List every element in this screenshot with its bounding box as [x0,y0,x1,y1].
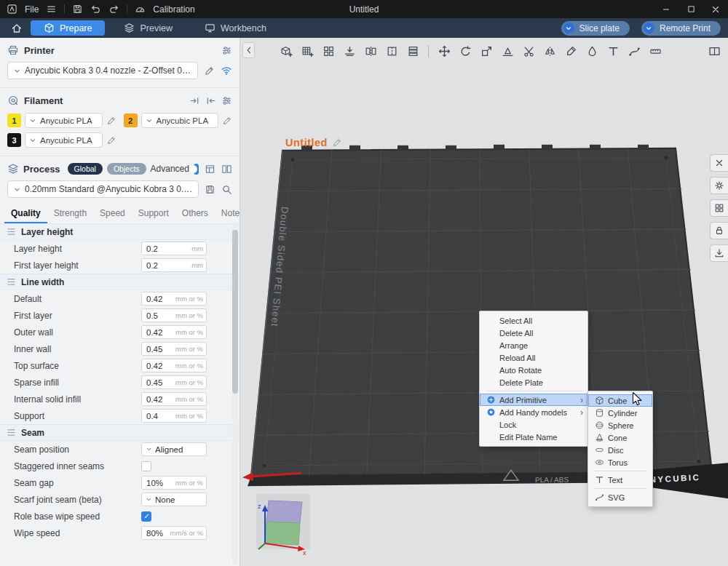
process-list-icon[interactable] [205,164,215,175]
tool-text-tool[interactable] [604,41,622,60]
tool-move[interactable] [435,41,454,60]
menu-file[interactable]: File [25,4,39,15]
tool-add-plate[interactable] [298,41,317,60]
process-preset-select[interactable]: 0.20mm Standard @Anycubic Kobra 3 0.4... [7,180,199,198]
export-plate-button[interactable] [710,244,728,262]
filament-select-2[interactable]: Anycubic PLA [141,113,219,128]
input-internal-solid-infill[interactable] [142,395,174,404]
param-tab-speed[interactable]: Speed [93,207,132,223]
input-top-surface[interactable] [142,362,174,370]
tool-scale[interactable] [477,41,496,60]
tool-assembly-view[interactable] [403,41,422,60]
menu-item-add-handy-models[interactable]: Add Handy models› [480,406,587,418]
save-icon[interactable] [72,4,83,15]
menu-item-auto-rotate[interactable]: Auto Rotate [480,364,587,376]
input-first-layer[interactable] [142,311,174,320]
menu-item-sphere[interactable]: Sphere [588,419,652,431]
undo-icon[interactable] [90,4,101,15]
save-preset-icon[interactable] [205,184,215,195]
edit-filament-icon[interactable] [106,116,116,126]
tool-lay-on-face[interactable] [498,41,517,60]
maximize-button[interactable] [678,0,703,18]
menu-item-select-all[interactable]: Select All [480,314,587,327]
slice-options-icon[interactable] [563,23,574,33]
minimize-button[interactable] [654,0,678,18]
main-menu-icon[interactable] [46,4,57,15]
advanced-toggle[interactable] [194,164,199,175]
plate-settings-button[interactable] [710,177,728,194]
home-button[interactable] [7,20,26,36]
tool-cut[interactable] [519,41,538,60]
tool-auto-orient[interactable] [340,41,359,60]
select-seam-position[interactable]: Aligned [141,442,207,456]
arrange-plate-button[interactable] [710,199,728,217]
input-seam-gap[interactable] [142,479,174,487]
printer-settings-icon[interactable] [221,45,232,56]
menu-item-reload-all[interactable]: Reload All [480,351,587,364]
checkbox-staggered-inner-seams[interactable] [141,461,151,471]
input-default[interactable] [142,295,174,303]
menu-item-delete-all[interactable]: Delete All [480,327,587,339]
menu-item-disc[interactable]: Disc [588,444,652,456]
param-group-layer-height[interactable]: Layer height [0,223,240,240]
input-inner-wall[interactable] [142,345,174,354]
gizmo-top-face[interactable] [266,501,302,523]
edit-filament-icon[interactable] [222,116,232,126]
menu-item-add-primitive[interactable]: Add Primitive› [480,394,587,406]
tool-measure[interactable] [646,41,665,60]
remote-print-button[interactable]: Remote Print [641,21,721,36]
tool-add-model[interactable] [277,41,296,60]
lock-plate-button[interactable] [710,222,728,239]
filament-settings-icon[interactable] [221,95,232,106]
tab-preview[interactable]: Preview [111,20,185,36]
tool-rotate[interactable] [456,41,475,60]
tool-split-objects[interactable] [361,41,380,60]
menu-item-text[interactable]: Text [588,474,652,486]
plate-name[interactable]: Untitled [285,137,342,148]
tool-mirror[interactable] [540,41,559,60]
menu-item-arrange[interactable]: Arrange [480,339,587,351]
scope-objects-button[interactable]: Objects [107,163,146,175]
filament-select-3[interactable]: Anycubic PLA [25,132,103,148]
menu-item-torus[interactable]: Torus [588,456,652,469]
menu-item-lock[interactable]: Lock [480,418,587,431]
param-tab-others[interactable]: Others [175,207,215,223]
filament-sync-icon[interactable] [189,95,200,106]
tool-svg-tool[interactable] [625,41,644,60]
tool-support-paint[interactable] [561,41,580,60]
edit-printer-icon[interactable] [204,65,215,76]
menu-item-edit-plate-name[interactable]: Edit Plate Name [480,431,587,443]
search-presets-icon[interactable] [221,184,232,195]
filament-select-1[interactable]: Anycubic PLA [25,113,103,128]
scope-global-button[interactable]: Global [68,163,103,175]
close-button[interactable] [703,0,728,18]
input-first-layer-height[interactable] [142,261,190,270]
tool-split-view[interactable] [705,41,724,60]
input-wipe-speed[interactable] [142,529,169,538]
gizmo-front-face[interactable] [265,522,300,545]
process-compare-icon[interactable] [221,164,232,175]
printer-select[interactable]: Anycubic Kobra 3 0.4 nozzle - Z-Offset 0… [7,62,198,79]
select-scarf-joint-seam-beta[interactable]: None [141,493,207,506]
param-group-line-width[interactable]: Line width [0,274,240,290]
tab-workbench[interactable]: Workbench [191,20,280,36]
slice-plate-button[interactable]: Slice plate [561,21,630,36]
filament-slot-2[interactable]: 2 [124,113,138,127]
printer-connection-icon[interactable] [221,65,232,76]
tool-split-parts[interactable] [382,41,401,60]
param-tab-support[interactable]: Support [132,207,175,223]
edit-filament-icon[interactable] [106,135,116,146]
input-sparse-infill[interactable] [142,378,174,387]
redo-icon[interactable] [108,4,119,15]
checkbox-role-base-wipe-speed[interactable] [141,511,151,522]
orientation-gizmo[interactable]: z x [256,494,310,555]
param-group-seam[interactable]: Seam [0,424,240,441]
menu-calibration[interactable]: Calibration [153,4,194,15]
remote-options-icon[interactable] [644,23,654,33]
viewport[interactable]: Double Sided PEI Sheet PLA / ABS ANYCUBI… [240,38,728,566]
tool-arrange[interactable] [319,41,338,60]
input-support[interactable] [142,412,174,420]
sidebar-scrollbar[interactable] [232,223,238,565]
param-tab-quality[interactable]: Quality [4,207,47,223]
scrollbar-thumb[interactable] [232,230,238,394]
